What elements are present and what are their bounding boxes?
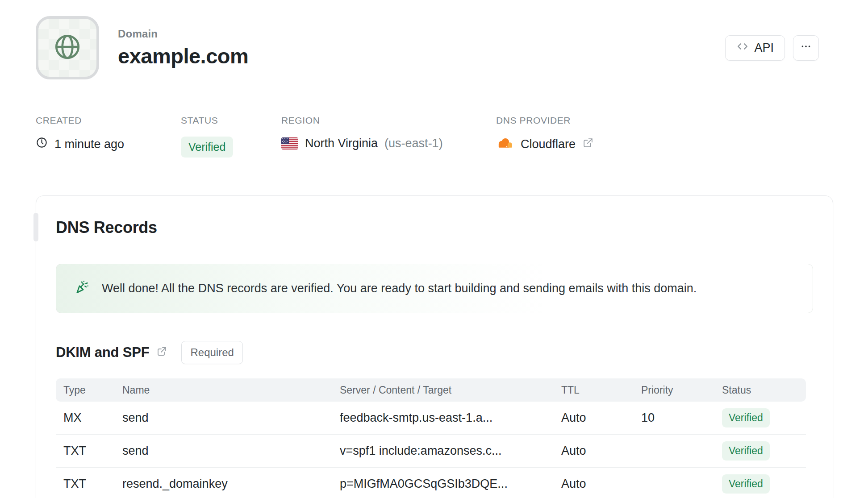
col-header-content: Server / Content / Target [340, 384, 561, 396]
cloudflare-icon [496, 137, 514, 152]
success-banner-text: Well done! All the DNS records are verif… [102, 282, 697, 295]
cell-ttl: Auto [561, 477, 641, 491]
dns-provider-value: Cloudflare [521, 137, 576, 151]
cell-status: Verified [722, 474, 806, 494]
meta-status: STATUS Verified [181, 115, 233, 158]
dns-provider-label: DNS PROVIDER [496, 115, 593, 126]
dns-records-table: Type Name Server / Content / Target TTL … [56, 378, 806, 498]
col-header-name: Name [122, 384, 340, 396]
col-header-priority: Priority [641, 384, 722, 396]
col-header-type: Type [63, 384, 122, 396]
domain-meta-row: CREATED 1 minute ago STATUS Verified REG… [36, 115, 832, 156]
created-label: CREATED [36, 115, 124, 126]
region-label: REGION [281, 115, 443, 126]
status-label: STATUS [181, 115, 233, 126]
row-status-badge: Verified [722, 441, 770, 461]
cell-type: TXT [63, 477, 122, 491]
meta-dns-provider: DNS PROVIDER [496, 115, 593, 152]
page-header: Domain example.com API [36, 0, 832, 79]
title-block: Domain example.com [118, 28, 248, 68]
cell-type: TXT [63, 444, 122, 458]
globe-icon [53, 32, 82, 63]
clock-icon [36, 137, 48, 152]
table-row: TXT resend._domainkey p=MIGfMA0GCSqGSIb3… [56, 468, 806, 498]
external-link-icon[interactable] [582, 137, 593, 152]
created-value: 1 minute ago [54, 137, 124, 151]
us-flag-icon [281, 137, 298, 149]
row-status-badge: Verified [722, 408, 770, 427]
party-popper-icon [74, 279, 90, 298]
cell-ttl: Auto [561, 411, 641, 425]
dns-records-title: DNS Records [56, 218, 813, 237]
cell-status: Verified [722, 408, 806, 427]
code-icon [736, 40, 749, 56]
cell-priority: 10 [641, 411, 722, 425]
meta-region: REGION [281, 115, 443, 150]
cell-content: feedback-smtp.us-east-1.a... [340, 411, 561, 425]
card-left-tab [33, 213, 38, 241]
region-name: North Virginia [305, 137, 378, 150]
table-header-row: Type Name Server / Content / Target TTL … [56, 378, 806, 402]
dkim-spf-header: DKIM and SPF Required [56, 341, 813, 364]
external-link-icon[interactable] [156, 346, 167, 359]
table-row: MX send feedback-smtp.us-east-1.a... Aut… [56, 402, 806, 435]
page-eyebrow: Domain [118, 28, 248, 40]
required-badge: Required [181, 341, 242, 364]
region-code: (us-east-1) [384, 137, 443, 150]
table-row: TXT send v=spf1 include:amazonses.c... A… [56, 435, 806, 468]
api-button-label: API [754, 41, 774, 55]
col-header-ttl: TTL [561, 384, 641, 396]
cell-name: send [122, 411, 340, 425]
col-header-status: Status [722, 384, 806, 396]
meta-created: CREATED 1 minute ago [36, 115, 124, 152]
cell-content: v=spf1 include:amazonses.c... [340, 444, 561, 458]
ellipsis-icon [800, 41, 812, 55]
cell-status: Verified [722, 441, 806, 461]
api-button[interactable]: API [725, 35, 785, 61]
domain-detail-page: Domain example.com API [0, 0, 868, 498]
success-banner: Well done! All the DNS records are verif… [56, 264, 813, 313]
status-badge: Verified [181, 137, 233, 158]
header-actions: API [725, 35, 819, 61]
row-status-badge: Verified [722, 474, 770, 494]
cell-content: p=MIGfMA0GCSqGSIb3DQE... [340, 477, 561, 491]
dns-records-card: DNS Records Well done! All the DNS recor… [36, 195, 833, 498]
cell-name: resend._domainkey [122, 477, 340, 491]
more-button[interactable] [793, 35, 819, 61]
cell-type: MX [63, 411, 122, 425]
domain-avatar [36, 16, 99, 79]
dkim-spf-title: DKIM and SPF [56, 344, 149, 361]
cell-ttl: Auto [561, 444, 641, 458]
page-title: example.com [118, 44, 248, 68]
cell-name: send [122, 444, 340, 458]
